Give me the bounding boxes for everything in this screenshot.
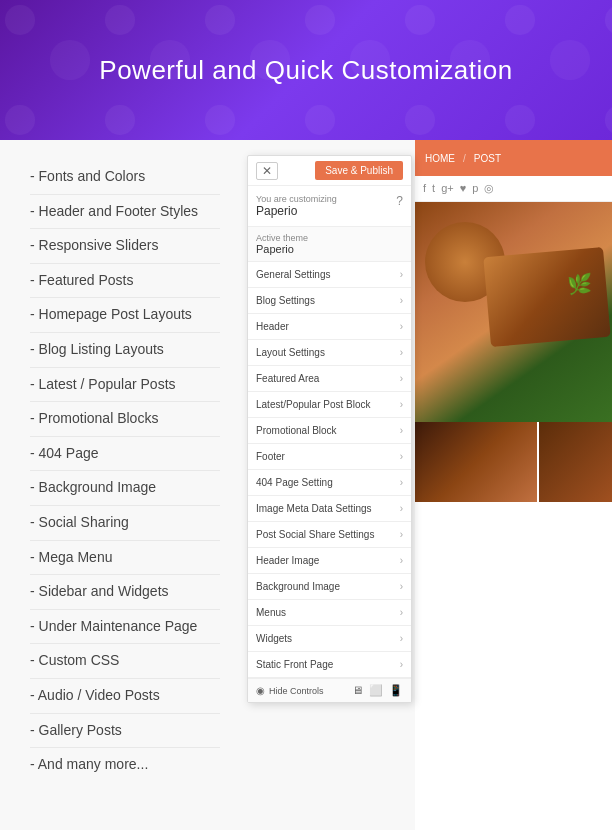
menu-item-menus[interactable]: Menus › [248, 600, 411, 626]
list-item: - Fonts and Colors [30, 160, 220, 195]
features-panel: - Fonts and Colors - Header and Footer S… [0, 140, 240, 830]
twitter-icon[interactable]: t [432, 182, 435, 195]
customizer-footer: ◉ Hide Controls 🖥 ⬜ 📱 [248, 678, 411, 702]
arrow-icon: › [400, 399, 403, 410]
list-item: - And many more... [30, 748, 220, 782]
list-item: - Custom CSS [30, 644, 220, 679]
desktop-icon[interactable]: 🖥 [352, 684, 363, 697]
hide-controls[interactable]: ◉ Hide Controls [256, 685, 324, 696]
features-list: - Fonts and Colors - Header and Footer S… [30, 160, 220, 782]
menu-item-image-meta[interactable]: Image Meta Data Settings › [248, 496, 411, 522]
menu-item-404[interactable]: 404 Page Setting › [248, 470, 411, 496]
food-thumb-1 [415, 422, 537, 502]
preview-navbar: HOME / POST [415, 140, 612, 176]
arrow-icon: › [400, 607, 403, 618]
list-item: - Background Image [30, 471, 220, 506]
arrow-icon: › [400, 269, 403, 280]
instagram-icon[interactable]: ◎ [484, 182, 494, 195]
social-icons-row: f t g+ ♥ p ◎ [415, 176, 612, 202]
theme-info: Active theme Paperio [248, 227, 411, 262]
footer-device-icons: 🖥 ⬜ 📱 [352, 684, 403, 697]
menu-item-background[interactable]: Background Image › [248, 574, 411, 600]
website-preview: HOME / POST f t g+ ♥ p ◎ 🌿 [415, 140, 612, 830]
menu-item-static-front[interactable]: Static Front Page › [248, 652, 411, 678]
customizer-header: ✕ Save & Publish [248, 156, 411, 186]
save-publish-button[interactable]: Save & Publish [315, 161, 403, 180]
pinterest-icon[interactable]: p [472, 182, 478, 195]
heart-icon[interactable]: ♥ [460, 182, 467, 195]
hero-section: Powerful and Quick Customization [0, 0, 612, 140]
arrow-icon: › [400, 659, 403, 670]
tablet-icon[interactable]: ⬜ [369, 684, 383, 697]
list-item: - Homepage Post Layouts [30, 298, 220, 333]
menu-item-widgets[interactable]: Widgets › [248, 626, 411, 652]
customizing-label: You are customizing [256, 194, 337, 204]
menu-item-footer[interactable]: Footer › [248, 444, 411, 470]
list-item: - Gallery Posts [30, 714, 220, 749]
list-item: - Responsive Sliders [30, 229, 220, 264]
list-item: - Promotional Blocks [30, 402, 220, 437]
customizer-info: You are customizing Paperio ? [248, 186, 411, 227]
list-item: - Mega Menu [30, 541, 220, 576]
arrow-icon: › [400, 555, 403, 566]
customizer-menu: General Settings › Blog Settings › Heade… [248, 262, 411, 678]
hero-title: Powerful and Quick Customization [99, 55, 512, 86]
theme-name: Paperio [256, 243, 403, 255]
arrow-icon: › [400, 529, 403, 540]
food-thumb-2 [539, 422, 612, 502]
theme-label: Active theme [256, 233, 403, 243]
menu-item-blog[interactable]: Blog Settings › [248, 288, 411, 314]
arrow-icon: › [400, 477, 403, 488]
arrow-icon: › [400, 581, 403, 592]
menu-item-layout[interactable]: Layout Settings › [248, 340, 411, 366]
list-item: - Audio / Video Posts [30, 679, 220, 714]
facebook-icon[interactable]: f [423, 182, 426, 195]
menu-item-header[interactable]: Header › [248, 314, 411, 340]
arrow-icon: › [400, 347, 403, 358]
close-button[interactable]: ✕ [256, 162, 278, 180]
site-name: Paperio [256, 204, 337, 218]
menu-item-latest[interactable]: Latest/Popular Post Block › [248, 392, 411, 418]
arrow-icon: › [400, 633, 403, 644]
eye-icon: ◉ [256, 685, 265, 696]
list-item: - Latest / Popular Posts [30, 368, 220, 403]
customizer-panel: ✕ Save & Publish You are customizing Pap… [247, 155, 412, 703]
list-item: - Featured Posts [30, 264, 220, 299]
arrow-icon: › [400, 321, 403, 332]
list-item: - 404 Page [30, 437, 220, 472]
nav-home: HOME [425, 153, 455, 164]
nav-post: POST [474, 153, 501, 164]
list-item: - Blog Listing Layouts [30, 333, 220, 368]
list-item: - Social Sharing [30, 506, 220, 541]
arrow-icon: › [400, 295, 403, 306]
herb-icon: 🌿 [567, 272, 592, 296]
google-plus-icon[interactable]: g+ [441, 182, 454, 195]
menu-item-header-image[interactable]: Header Image › [248, 548, 411, 574]
menu-item-promotional[interactable]: Promotional Block › [248, 418, 411, 444]
arrow-icon: › [400, 373, 403, 384]
food-thumbnails-row [415, 422, 612, 502]
arrow-icon: › [400, 503, 403, 514]
main-content: - Fonts and Colors - Header and Footer S… [0, 140, 612, 830]
list-item: - Sidebar and Widgets [30, 575, 220, 610]
arrow-icon: › [400, 425, 403, 436]
mobile-icon[interactable]: 📱 [389, 684, 403, 697]
menu-item-social-share[interactable]: Post Social Share Settings › [248, 522, 411, 548]
menu-item-featured[interactable]: Featured Area › [248, 366, 411, 392]
list-item: - Under Maintenance Page [30, 610, 220, 645]
nav-separator: / [463, 153, 466, 164]
list-item: - Header and Footer Styles [30, 195, 220, 230]
menu-item-general[interactable]: General Settings › [248, 262, 411, 288]
help-icon[interactable]: ? [396, 194, 403, 208]
food-image-main: 🌿 [415, 202, 612, 422]
arrow-icon: › [400, 451, 403, 462]
